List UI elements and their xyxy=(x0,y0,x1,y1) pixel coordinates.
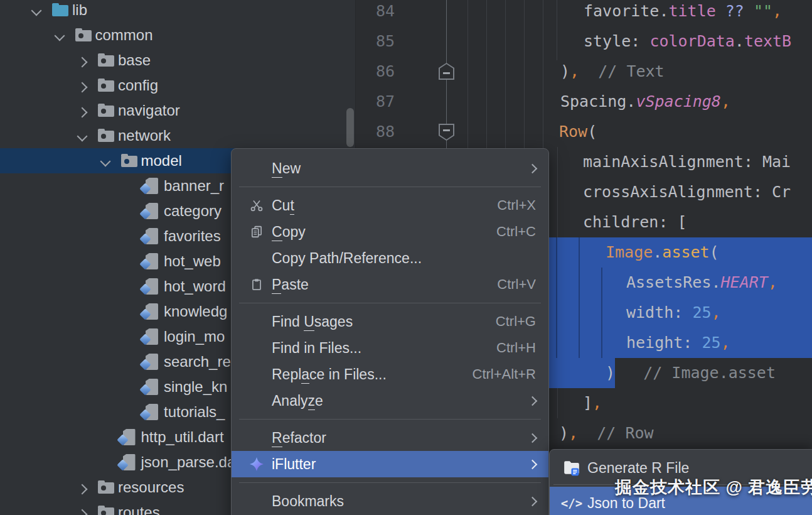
tree-scrollbar-thumb[interactable] xyxy=(346,108,354,147)
menu-item-label: Paste xyxy=(272,276,479,293)
tree-item-network[interactable]: network xyxy=(0,123,355,148)
submenu-arrow-icon xyxy=(528,433,538,443)
code-line[interactable]: width: 25, xyxy=(626,298,721,328)
chevron-right-icon[interactable] xyxy=(77,509,88,515)
chevron-down-icon[interactable] xyxy=(100,156,110,167)
menu-item-bookmarks[interactable]: Bookmarks xyxy=(232,488,548,514)
tree-item-label: http_util.dart xyxy=(141,425,224,450)
code-token: , xyxy=(592,394,602,412)
tree-item-label: single_kn xyxy=(164,374,227,399)
dart-file-icon xyxy=(143,403,161,421)
chevron-right-icon[interactable] xyxy=(77,82,88,93)
menu-item-find-in-files-[interactable]: Find in Files...Ctrl+H xyxy=(232,335,548,361)
code-line[interactable]: height: 25, xyxy=(626,328,730,358)
menu-item-cut[interactable]: CutCtrl+X xyxy=(232,192,548,219)
code-line[interactable]: AssetsRes.HEART, xyxy=(626,268,777,298)
tree-item-config[interactable]: config xyxy=(0,73,355,98)
code-token: , xyxy=(569,424,578,442)
code-line[interactable]: ], xyxy=(583,388,602,418)
indent-guide xyxy=(556,237,557,358)
code-token: textB xyxy=(744,32,791,50)
chevron-right-icon[interactable] xyxy=(77,107,88,118)
chevron-down-icon[interactable] xyxy=(77,131,88,142)
code-token: colorData xyxy=(649,32,734,50)
code-token: , xyxy=(711,303,720,322)
fold-collapse-icon[interactable] xyxy=(439,63,454,80)
code-token: ) xyxy=(606,364,615,382)
code-line[interactable]: children: [ xyxy=(583,207,687,237)
tree-item-label: navigator xyxy=(118,98,180,123)
tree-item-common[interactable]: common xyxy=(0,23,355,48)
chevron-right-icon[interactable] xyxy=(77,57,88,68)
menu-item-label: Analyze xyxy=(272,393,511,409)
menu-item-label: Refactor xyxy=(272,430,511,447)
menu-item-paste[interactable]: PasteCtrl+V xyxy=(232,271,548,298)
menu-item-label: iFlutter xyxy=(272,456,511,473)
menu-separator xyxy=(239,419,541,420)
menu-item-label: Find in Files... xyxy=(272,340,479,357)
menu-item-copy[interactable]: CopyCtrl+C xyxy=(232,219,548,245)
menu-item-analyze[interactable]: Analyze xyxy=(232,388,548,414)
code-token: Spacing xyxy=(560,92,626,111)
dart-file-icon xyxy=(143,278,161,295)
code-token: Row xyxy=(559,122,587,141)
folder-icon xyxy=(97,77,115,94)
code-token: width xyxy=(626,303,673,322)
chevron-down-icon[interactable] xyxy=(31,6,42,16)
copy-icon xyxy=(248,225,265,239)
code-line[interactable]: Spacing.vSpacing8, xyxy=(560,87,730,117)
code-line[interactable]: mainAxisAlignment: Mai xyxy=(583,147,791,177)
code-line[interactable]: Row( xyxy=(559,117,597,147)
code-token: , xyxy=(721,333,730,352)
chevron-down-icon[interactable] xyxy=(54,31,65,41)
gutter-line-number: 85 xyxy=(356,26,395,57)
code-token: , xyxy=(721,92,730,111)
code-line[interactable]: style: colorData.textB xyxy=(584,26,791,57)
code-line[interactable]: ), // Row xyxy=(559,418,654,448)
menu-item-find-usages[interactable]: Find UsagesCtrl+G xyxy=(232,308,548,335)
code-line[interactable]: favorite.title ?? "", xyxy=(584,0,782,26)
paste-icon xyxy=(248,278,265,291)
tree-item-label: network xyxy=(118,123,171,148)
submenu-arrow-icon xyxy=(528,459,538,469)
gutter-line-number: 86 xyxy=(356,57,395,87)
tree-item-navigator[interactable]: navigator xyxy=(0,98,355,123)
menu-item-new[interactable]: New xyxy=(232,155,548,182)
tree-item-label: favorites xyxy=(164,224,221,249)
menu-shortcut: Ctrl+X xyxy=(497,197,536,214)
tree-item-label: category xyxy=(164,198,222,224)
gutter-line-number: 88 xyxy=(356,117,395,147)
code-line[interactable]: crossAxisAlignment: Cr xyxy=(583,177,791,207)
code-token: 25 xyxy=(702,333,720,352)
menu-item-copy-path-reference-[interactable]: Copy Path/Reference... xyxy=(232,245,548,271)
chevron-right-icon[interactable] xyxy=(77,484,88,495)
folder-icon xyxy=(97,52,115,69)
menu-item-label: Bookmarks xyxy=(272,493,511,510)
dart-file-icon xyxy=(143,328,161,345)
code-token: height xyxy=(626,333,683,352)
code-line[interactable]: Image.asset( xyxy=(606,237,719,268)
code-token: style xyxy=(584,32,631,50)
code-line[interactable]: ), // Text xyxy=(560,57,665,87)
menu-item-refactor[interactable]: Refactor xyxy=(232,425,548,451)
tree-item-label: knowledg xyxy=(164,299,227,324)
menu-item-iflutter[interactable]: iFlutter xyxy=(232,451,548,477)
code-line[interactable]: ) // Image.asset xyxy=(606,358,776,388)
code-token: favorite xyxy=(584,2,659,20)
tree-item-label: routes xyxy=(118,500,160,515)
tree-item-label: json_parse.dart xyxy=(141,450,245,475)
gutter-line-number: 84 xyxy=(356,0,395,26)
code-token: vSpacing8 xyxy=(636,92,720,111)
menu-separator xyxy=(239,187,541,187)
menu-separator xyxy=(239,482,541,483)
tree-item-base[interactable]: base xyxy=(0,48,355,73)
menu-item-replace-in-files-[interactable]: Replace in Files...Ctrl+Alt+R xyxy=(232,361,548,388)
fold-collapse-icon[interactable] xyxy=(439,124,454,141)
json-to-dart-icon: </> xyxy=(561,496,582,510)
gutter-line-number: 87 xyxy=(356,87,395,117)
tree-item-label: hot_web xyxy=(164,249,221,274)
code-token: // Image.asset xyxy=(643,364,776,382)
tree-item-lib[interactable]: lib xyxy=(0,0,355,23)
tree-item-label: login_mo xyxy=(164,324,225,349)
code-token: : xyxy=(753,183,772,201)
